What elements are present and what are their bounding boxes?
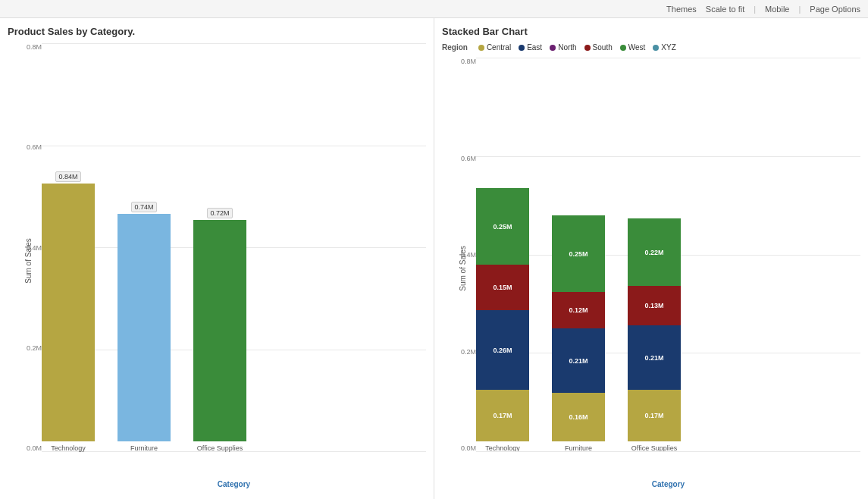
segment-label-0-0: 0.17M (493, 412, 512, 419)
y-tick-06: 0.6M (15, 143, 42, 151)
segment-2-0: 0.17M (628, 390, 681, 441)
segment-label-1-3: 0.25M (569, 250, 588, 258)
segment-0-2: 0.15M (476, 265, 529, 310)
legend-dot-west (620, 45, 626, 51)
left-bar-cat-2: Office Supplies (197, 444, 243, 452)
legend-item-xyz: XYZ (653, 43, 675, 52)
legend-dot-south (584, 45, 591, 51)
top-bar: Themes Scale to fit | Mobile | Page Opti… (0, 0, 868, 18)
themes-link[interactable]: Themes (666, 5, 697, 14)
left-x-axis-title-wrapper: Category (8, 479, 426, 491)
left-bar-cat-0: Technology (51, 444, 86, 452)
right-x-axis-title-wrapper: Category (442, 479, 860, 491)
left-chart-panel: Product Sales by Category. Sum of Sales … (0, 18, 434, 499)
y-tick-00: 0.0M (15, 444, 42, 452)
segment-label-0-2: 0.15M (493, 284, 512, 291)
segment-0-0: 0.17M (476, 390, 529, 441)
legend-text-east: East (527, 43, 542, 52)
left-bar-rect-0[interactable] (42, 184, 95, 441)
segment-1-0: 0.16M (552, 393, 605, 441)
left-bar-cat-1: Furniture (130, 444, 158, 452)
stacked-bar-container: Sum of Sales 0.8M 0.6M 0.4M 0.2M 0.0M (442, 58, 860, 479)
legend-text-north: North (558, 43, 576, 52)
right-y-tick-02: 0.2M (450, 348, 476, 356)
segment-0-1: 0.26M (476, 310, 529, 390)
y-tick-08: 0.8M (15, 43, 42, 51)
stacked-bar-rect-1[interactable]: 0.16M0.21M0.12M0.25M (552, 215, 605, 441)
segment-1-1: 0.21M (552, 328, 605, 393)
segment-2-1: 0.21M (628, 325, 681, 390)
segment-1-2: 0.12M (552, 292, 605, 328)
right-chart-title: Stacked Bar Chart (442, 26, 860, 37)
mobile-link[interactable]: Mobile (765, 5, 789, 14)
legend-item-south: South (584, 43, 613, 52)
left-bar-label-2: 0.72M (207, 208, 232, 218)
legend-dot-xyz (653, 45, 659, 51)
legend-label: Region (442, 43, 468, 52)
legend-text-central: Central (487, 43, 511, 52)
segment-0-3: 0.25M (476, 188, 529, 265)
right-y-ticks: 0.8M 0.6M 0.4M 0.2M 0.0M (450, 58, 476, 452)
stacked-bar-rect-2[interactable]: 0.17M0.21M0.13M0.22M (628, 218, 681, 441)
right-y-tick-08: 0.8M (450, 58, 476, 65)
segment-1-3: 0.25M (552, 215, 605, 292)
left-bar-rect-2[interactable] (193, 220, 246, 441)
segment-2-3: 0.22M (628, 218, 681, 286)
y-tick-04: 0.4M (15, 244, 42, 252)
segment-label-1-2: 0.12M (569, 306, 588, 314)
right-y-tick-00: 0.0M (450, 444, 476, 452)
legend-item-west: West (620, 43, 646, 52)
right-y-tick-06: 0.6M (450, 155, 476, 162)
legend-text-west: West (628, 43, 646, 52)
y-tick-02: 0.2M (15, 344, 42, 352)
legend-dot-east (519, 45, 525, 51)
right-y-tick-04: 0.4M (450, 251, 476, 259)
left-bar-rect-1[interactable] (118, 214, 171, 441)
stacked-bar-1: 0.16M0.21M0.12M0.25MFurniture (552, 215, 605, 452)
legend-item-north: North (550, 43, 576, 52)
segment-2-2: 0.13M (628, 286, 681, 325)
segment-label-2-0: 0.17M (644, 412, 663, 419)
legend-text-south: South (593, 43, 613, 52)
stacked-bar-rect-0[interactable]: 0.17M0.26M0.15M0.25M (476, 188, 529, 441)
right-chart-panel: Stacked Bar Chart RegionCentralEastNorth… (434, 18, 868, 499)
legend: RegionCentralEastNorthSouthWestXYZ (442, 43, 860, 52)
segment-label-0-3: 0.25M (493, 223, 512, 231)
left-bars-group: 0.84MTechnology0.74MFurniture0.72MOffice… (42, 43, 426, 452)
left-x-axis-title: Category (42, 480, 426, 488)
left-chart-area: Sum of Sales 0.8M 0.6M 0.4M 0.2M 0.0M (8, 43, 426, 491)
main-content: Product Sales by Category. Sum of Sales … (0, 18, 868, 499)
left-bar-2: 0.72MOffice Supplies (193, 208, 246, 452)
segment-label-2-1: 0.21M (644, 354, 663, 362)
segment-label-0-1: 0.26M (493, 347, 512, 354)
top-bar-items: Themes Scale to fit | Mobile | Page Opti… (666, 5, 860, 14)
left-bar-label-0: 0.84M (55, 171, 80, 182)
stacked-cat-1: Furniture (565, 444, 592, 452)
right-x-axis-title: Category (476, 480, 860, 488)
right-chart-area: Sum of Sales 0.8M 0.6M 0.4M 0.2M 0.0M (442, 58, 860, 491)
legend-text-xyz: XYZ (661, 43, 675, 52)
stacked-bars-group: 0.17M0.26M0.15M0.25MTechnology0.16M0.21M… (476, 58, 860, 452)
legend-item-central: Central (478, 43, 511, 52)
legend-dot-north (550, 45, 556, 51)
stacked-cat-2: Office Supplies (631, 444, 677, 452)
stacked-cat-0: Technology (485, 444, 520, 452)
page-options-link[interactable]: Page Options (810, 5, 860, 14)
scale-link[interactable]: Scale to fit (706, 5, 744, 14)
legend-dot-central (478, 45, 484, 51)
segment-label-1-1: 0.21M (569, 357, 588, 365)
stacked-bar-0: 0.17M0.26M0.15M0.25MTechnology (476, 188, 529, 452)
left-y-ticks: 0.8M 0.6M 0.4M 0.2M 0.0M (15, 43, 42, 452)
left-bar-0: 0.84MTechnology (42, 171, 95, 452)
segment-label-2-3: 0.22M (644, 249, 663, 256)
segment-label-1-0: 0.16M (569, 413, 588, 421)
stacked-bar-2: 0.17M0.21M0.13M0.22MOffice Supplies (628, 218, 681, 452)
left-chart-title: Product Sales by Category. (8, 26, 426, 37)
left-bar-chart-container: Sum of Sales 0.8M 0.6M 0.4M 0.2M 0.0M (8, 43, 426, 479)
left-bar-1: 0.74MFurniture (118, 202, 171, 452)
legend-item-east: East (519, 43, 542, 52)
left-bar-label-1: 0.74M (131, 202, 156, 212)
segment-label-2-2: 0.13M (644, 302, 663, 309)
